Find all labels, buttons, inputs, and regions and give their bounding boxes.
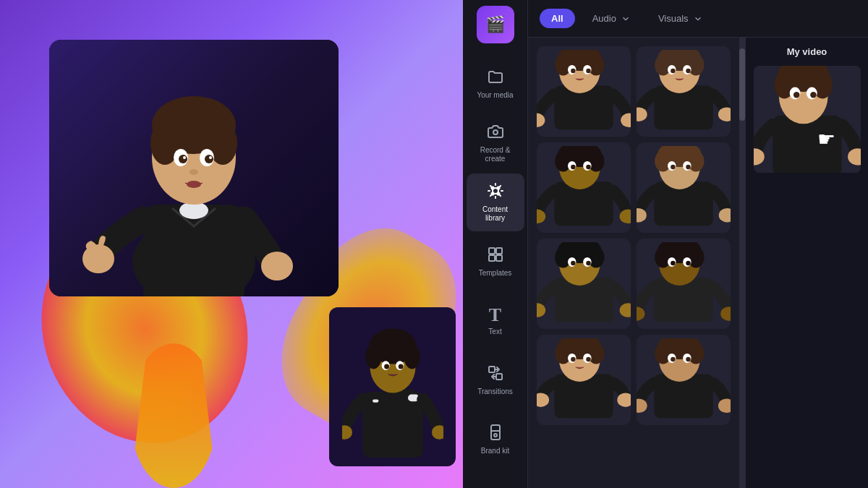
svg-point-39 (491, 193, 493, 195)
svg-rect-44 (496, 255, 502, 261)
svg-point-142 (686, 357, 691, 362)
avatar-4-svg (637, 146, 731, 229)
avatar-6-svg (637, 242, 731, 325)
svg-rect-43 (489, 255, 495, 261)
svg-point-155 (810, 92, 816, 98)
svg-point-117 (671, 261, 676, 266)
svg-point-28 (398, 340, 410, 348)
svg-point-57 (571, 69, 576, 74)
sidebar-label-content-library: Contentlibrary (482, 205, 508, 223)
svg-point-10 (179, 155, 187, 163)
svg-point-37 (491, 187, 493, 189)
svg-rect-45 (489, 367, 495, 372)
avatar-card-6[interactable] (637, 239, 731, 329)
sidebar-item-content-library[interactable]: Contentlibrary (467, 174, 524, 231)
svg-point-129 (571, 357, 576, 362)
main-avatar-svg (71, 40, 317, 296)
sidebar-item-text[interactable]: T Text (467, 292, 524, 350)
background-area (0, 0, 463, 488)
svg-point-17 (261, 252, 293, 281)
svg-rect-41 (489, 248, 495, 254)
content-library-icon (487, 182, 504, 202)
svg-point-12 (183, 156, 186, 159)
sidebar-item-templates[interactable]: Templates (467, 233, 524, 291)
svg-point-15 (187, 181, 201, 188)
sidebar-item-brand-kit[interactable]: Brand kit (467, 411, 524, 468)
svg-point-40 (497, 193, 499, 195)
svg-rect-42 (496, 248, 502, 254)
svg-point-13 (209, 156, 212, 159)
avatar-grid (528, 38, 739, 488)
svg-point-11 (205, 155, 213, 163)
svg-point-26 (404, 344, 420, 369)
avatar-3-svg (537, 146, 631, 229)
small-avatar-svg (342, 314, 443, 459)
folder-icon (487, 68, 504, 88)
audio-label: Audio (592, 13, 616, 24)
audio-chevron-icon (621, 14, 631, 24)
sidebar-item-your-media[interactable]: Your media (467, 55, 524, 113)
svg-point-130 (586, 357, 591, 362)
sidebar-label-templates: Templates (479, 269, 512, 278)
svg-point-154 (793, 92, 799, 98)
templates-icon (487, 246, 504, 266)
preview-thumbnail: ☛ (754, 66, 861, 173)
right-panel: 🎬 Your media Record &create (463, 0, 868, 488)
filter-visuals-button[interactable]: Visuals (648, 9, 713, 28)
svg-point-93 (671, 165, 676, 170)
avatar-2-svg (637, 50, 731, 133)
filter-all-button[interactable]: All (540, 9, 575, 28)
svg-point-118 (686, 261, 691, 266)
avatar-1-svg (537, 50, 631, 133)
avatar-5-svg (537, 242, 631, 325)
svg-point-70 (686, 69, 691, 74)
app-logo: 🎬 (477, 6, 514, 43)
avatar-card-5[interactable] (537, 239, 631, 329)
camera-icon (487, 123, 504, 143)
avatar-card-8[interactable] (637, 335, 731, 425)
svg-point-82 (586, 165, 591, 170)
svg-point-58 (586, 69, 591, 74)
scrollbar-thumb[interactable] (739, 48, 745, 121)
sidebar-label-brand-kit: Brand kit (481, 447, 509, 455)
transitions-icon (487, 364, 504, 385)
avatar-card-1[interactable] (537, 46, 631, 137)
sidebar-label-transitions: Transitions (477, 388, 513, 396)
hand-cursor-icon: ☛ (817, 127, 835, 151)
svg-rect-20 (373, 400, 378, 403)
main-preview-card (49, 40, 339, 296)
avatar-card-4[interactable] (637, 142, 731, 233)
svg-point-105 (571, 261, 576, 266)
sidebar-label-text: Text (488, 328, 501, 336)
sidebar-label-record-create: Record &create (480, 146, 511, 163)
brand-kit-icon (487, 424, 504, 444)
svg-point-27 (375, 340, 388, 348)
svg-point-31 (384, 364, 389, 369)
avatar-7-svg (537, 338, 631, 421)
content-area: All Audio Visuals (528, 0, 868, 488)
sidebar-item-transitions[interactable]: Transitions (467, 351, 524, 409)
scrollbar-track[interactable] (739, 38, 745, 488)
sidebar-item-record-create[interactable]: Record &create (467, 114, 524, 172)
visuals-chevron-icon (693, 14, 703, 24)
svg-point-38 (497, 187, 499, 189)
svg-rect-18 (362, 392, 423, 458)
svg-point-141 (671, 357, 676, 362)
avatar-card-3[interactable] (537, 142, 631, 233)
svg-rect-46 (496, 374, 502, 380)
filter-audio-button[interactable]: Audio (582, 9, 641, 28)
avatar-8-svg (637, 338, 731, 421)
sidebar: 🎬 Your media Record &create (463, 0, 528, 488)
svg-point-35 (493, 130, 498, 134)
visuals-label: Visuals (658, 13, 689, 24)
preview-avatar-svg (754, 66, 861, 173)
svg-point-25 (365, 344, 381, 369)
svg-point-106 (586, 261, 591, 266)
preview-panel: My video (745, 38, 868, 488)
avatar-card-2[interactable] (637, 46, 731, 137)
preview-panel-title: My video (780, 46, 835, 57)
avatar-card-7[interactable] (537, 335, 631, 425)
svg-point-81 (571, 165, 576, 170)
sidebar-label-your-media: Your media (477, 91, 513, 100)
svg-point-14 (190, 169, 198, 175)
